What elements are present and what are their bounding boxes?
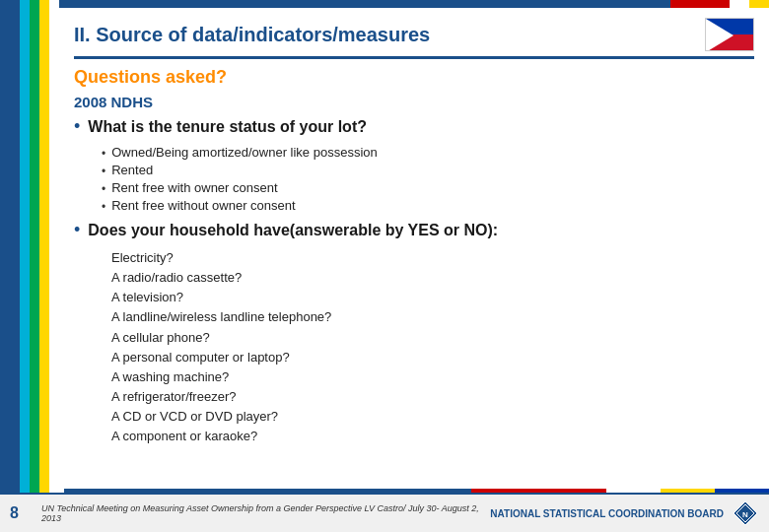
top-bar-white [730, 0, 749, 8]
sub-dot: • [102, 147, 105, 161]
header-section: II. Source of data/indicators/measures [74, 18, 754, 59]
slide-container: II. Source of data/indicators/measures Q… [0, 0, 769, 532]
list-item: • Rent free with owner consent [102, 180, 754, 196]
household-list: Electricity? A radio/radio cassette? A t… [111, 248, 754, 446]
top-bar [59, 0, 769, 8]
ndhs-label: 2008 NDHS [74, 94, 754, 110]
sub-text: Owned/Being amortized/owner like possess… [111, 145, 378, 160]
list-item: A landline/wireless landline telephone? [111, 307, 754, 327]
footer-org-name: NATIONAL STATISTICAL COORDINATION BOARD [490, 508, 724, 519]
list-item: • Rented [102, 163, 754, 178]
footer-footnote: UN Technical Meeting on Measuring Asset … [41, 503, 490, 523]
header-title: II. Source of data/indicators/measures [74, 24, 430, 46]
top-bar-red [670, 0, 730, 8]
list-item: A personal computer or laptop? [111, 348, 754, 367]
ph-flag-icon [705, 18, 754, 51]
list-item: A television? [111, 288, 754, 307]
list-item: A washing machine? [111, 367, 754, 387]
left-bars [0, 0, 59, 532]
sub-bullets-1: • Owned/Being amortized/owner like posse… [102, 145, 754, 214]
bar-blue [0, 0, 20, 532]
list-item: A refrigerator/freezer? [111, 387, 754, 407]
main-content: II. Source of data/indicators/measures Q… [64, 8, 769, 493]
bullet1-dot: • [74, 116, 80, 137]
bullet2-dot: • [74, 220, 80, 240]
bullet1-row: • What is the tenure status of your lot? [74, 118, 754, 137]
list-item: A component or karaoke? [111, 427, 754, 446]
bar-yellow [39, 0, 49, 532]
list-item: A cellular phone? [111, 328, 754, 348]
bottom-bar: 8 UN Technical Meeting on Measuring Asse… [0, 493, 769, 532]
list-item: Electricity? [111, 248, 754, 268]
top-bar-yellow [749, 0, 769, 8]
questions-title: Questions asked? [74, 67, 754, 88]
top-bar-blue [59, 0, 670, 8]
svg-text:N: N [742, 510, 748, 519]
sub-dot: • [102, 200, 105, 214]
page-number: 8 [10, 504, 30, 522]
sub-dot: • [102, 165, 105, 178]
bar-cyan [20, 0, 30, 532]
list-item: • Owned/Being amortized/owner like posse… [102, 145, 754, 161]
bar-green [30, 0, 39, 532]
flag-triangle [706, 19, 734, 51]
sub-text: Rent free without owner consent [111, 198, 295, 213]
list-item: A CD or VCD or DVD player? [111, 407, 754, 427]
sub-dot: • [102, 182, 105, 196]
bullet2-text: Does your household have(answerable by Y… [88, 222, 498, 239]
sub-text: Rent free with owner consent [111, 180, 277, 195]
bullet1-text: What is the tenure status of your lot? [88, 118, 367, 136]
sub-text: Rented [111, 163, 153, 177]
list-item: A radio/radio cassette? [111, 268, 754, 288]
list-item: • Rent free without owner consent [102, 198, 754, 214]
bullet2-row: • Does your household have(answerable by… [74, 222, 754, 240]
nscb-logo-icon: N [732, 499, 759, 527]
